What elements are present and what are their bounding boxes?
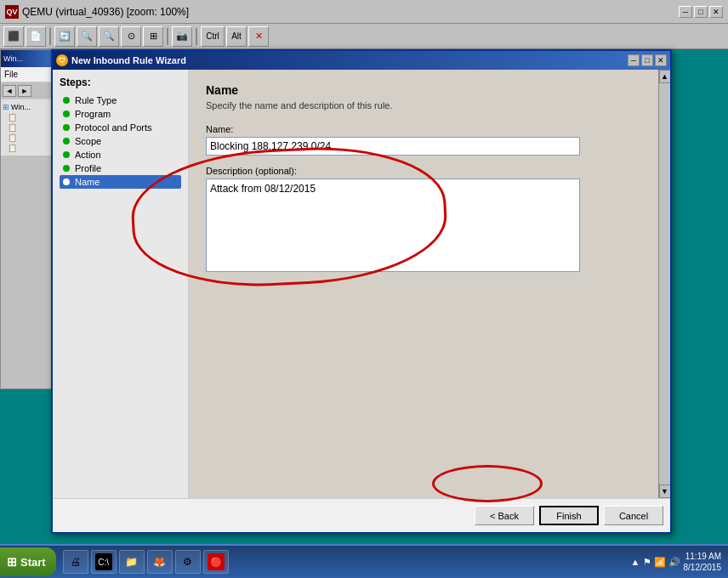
toolbar-btn-zoom-fit[interactable]: ⊙ xyxy=(121,26,141,47)
qemu-maximize-button[interactable]: □ xyxy=(694,6,708,18)
wfw-tree-item-3[interactable]: 📋 xyxy=(3,123,53,132)
taskbar-time-text: 11:19 AM xyxy=(684,551,722,562)
dialog-title-text: New Inbound Rule Wizard xyxy=(71,55,186,65)
toolbar-btn-ctrl[interactable]: Ctrl xyxy=(201,26,225,47)
printer-app-icon: 🖨 xyxy=(67,553,84,570)
wizard-page-description: Specify the name and description of this… xyxy=(206,100,641,110)
step-label-name: Name xyxy=(75,177,100,187)
qemu-title-left: QV QEMU (virtual_40936) [zoom: 100%] xyxy=(5,5,189,19)
wfw-title-text: Win... xyxy=(3,54,23,63)
qemu-titlebar: QV QEMU (virtual_40936) [zoom: 100%] ─ □… xyxy=(0,0,728,24)
qemu-toolbar: ⬛ 📄 🔄 🔍 🔍 ⊙ ⊞ 📷 Ctrl Alt ✕ xyxy=(0,24,728,49)
dialog-title-left: 🛡 New Inbound Rule Wizard xyxy=(56,54,186,66)
qemu-close-button[interactable]: ✕ xyxy=(709,6,723,18)
step-dot-protocol xyxy=(63,124,70,131)
dialog-minimize-button[interactable]: ─ xyxy=(628,54,640,66)
wizard-sidebar: Steps: Rule Type Program Protocol and Po… xyxy=(53,70,189,498)
toolbar-btn-display[interactable]: ⬛ xyxy=(3,26,24,47)
dialog-close-button[interactable]: ✕ xyxy=(655,54,667,66)
step-label-profile: Profile xyxy=(75,163,101,173)
wizard-step-profile[interactable]: Profile xyxy=(60,162,181,175)
taskbar-app-firefox[interactable]: 🦊 xyxy=(147,550,173,574)
toolbar-btn-alt[interactable]: Alt xyxy=(226,26,247,47)
wizard-steps-title: Steps: xyxy=(60,76,181,88)
back-button[interactable]: < Back xyxy=(475,506,534,525)
flag-icon[interactable]: ⚑ xyxy=(643,557,651,568)
wfw-menu-file[interactable]: File xyxy=(4,70,18,79)
toolbar-separator-3 xyxy=(196,28,197,45)
taskbar-app-settings[interactable]: ⚙ xyxy=(175,550,201,574)
toolbar-btn-zoom-in[interactable]: 🔍 xyxy=(77,26,97,47)
toolbar-btn-zoom-out[interactable]: 🔍 xyxy=(99,26,119,47)
toolbar-separator-2 xyxy=(167,28,168,45)
start-label: Start xyxy=(20,556,46,569)
dialog-titlebar: 🛡 New Inbound Rule Wizard ─ □ ✕ xyxy=(53,51,670,70)
wizard-step-rule-type[interactable]: Rule Type xyxy=(60,94,181,107)
scroll-down-button[interactable]: ▼ xyxy=(659,484,671,498)
taskbar-systray-icons: ▲ ⚑ 📶 🔊 xyxy=(631,557,680,568)
volume-icon[interactable]: 🔊 xyxy=(668,557,680,568)
dialog-footer: < Back Finish Cancel xyxy=(53,498,670,532)
start-button[interactable]: ⊞ Start xyxy=(0,547,56,576)
toolbar-btn-screenshot[interactable]: 📷 xyxy=(172,26,192,47)
wizard-step-protocol[interactable]: Protocol and Ports xyxy=(60,121,181,134)
toolbar-btn-refresh[interactable]: 🔄 xyxy=(54,26,75,47)
taskbar-app-security[interactable]: 🔴 xyxy=(203,550,229,574)
wfw-tree-item-2[interactable]: 📋 xyxy=(3,113,53,122)
toolbar-btn-send-key[interactable]: ✕ xyxy=(248,26,269,47)
dialog-window-controls: ─ □ ✕ xyxy=(628,54,667,66)
wfw-tree: ⊞Win... 📋 📋 📋 📋 xyxy=(1,99,54,156)
cancel-button[interactable]: Cancel xyxy=(604,506,663,525)
name-label: Name: xyxy=(206,124,641,134)
wizard-step-scope[interactable]: Scope xyxy=(60,134,181,148)
taskbar-apps: 🖨 C:\ 📁 🦊 ⚙ 🔴 xyxy=(60,550,624,574)
description-label: Description (optional): xyxy=(206,166,641,176)
wizard-page-title: Name xyxy=(206,83,641,97)
qemu-minimize-button[interactable]: ─ xyxy=(679,6,692,18)
name-form-group: Name: xyxy=(206,124,641,156)
taskbar-clock[interactable]: 11:19 AM 8/12/2015 xyxy=(684,551,722,573)
wfw-tree-item-1[interactable]: ⊞Win... xyxy=(3,103,53,111)
scroll-up-button[interactable]: ▲ xyxy=(659,70,671,83)
qemu-window-controls: ─ □ ✕ xyxy=(679,6,723,18)
description-textarea[interactable] xyxy=(206,178,580,272)
systray-arrow-icon[interactable]: ▲ xyxy=(631,557,640,567)
taskbar-app-terminal[interactable]: C:\ xyxy=(91,550,117,574)
dialog-restore-button[interactable]: □ xyxy=(641,54,653,66)
step-dot-program xyxy=(63,110,70,117)
wfw-forward-btn[interactable]: ► xyxy=(18,85,31,97)
wizard-step-action[interactable]: Action xyxy=(60,148,181,162)
wizard-step-name[interactable]: Name xyxy=(60,175,181,189)
qemu-app-icon: QV xyxy=(5,5,19,19)
dialog-content: Steps: Rule Type Program Protocol and Po… xyxy=(53,70,670,498)
wfw-background-window: Win... File ◄ ► ⊞Win... 📋 📋 📋 📋 xyxy=(0,49,55,389)
step-label-scope: Scope xyxy=(75,136,101,146)
wizard-main-content: Name Specify the name and description of… xyxy=(189,70,658,498)
firefox-app-icon: 🦊 xyxy=(151,553,168,570)
step-dot-name xyxy=(63,178,70,185)
qemu-title-text: QEMU (virtual_40936) [zoom: 100%] xyxy=(22,6,189,18)
step-label-rule-type: Rule Type xyxy=(75,95,117,105)
toolbar-btn-file[interactable]: 📄 xyxy=(26,26,46,47)
wfw-back-btn[interactable]: ◄ xyxy=(3,85,16,97)
toolbar-btn-fullscreen[interactable]: ⊞ xyxy=(143,26,163,47)
wfw-titlebar: Win... xyxy=(1,50,54,67)
taskbar-app-explorer[interactable]: 📁 xyxy=(119,550,145,574)
wfw-tree-item-4[interactable]: 📋 xyxy=(3,133,53,142)
terminal-app-icon: C:\ xyxy=(95,553,112,570)
network-icon[interactable]: 📶 xyxy=(654,557,666,568)
wfw-tree-item-5[interactable]: 📋 xyxy=(3,144,53,152)
name-input[interactable] xyxy=(206,137,580,156)
taskbar-app-printer[interactable]: 🖨 xyxy=(63,550,88,574)
taskbar-right: ▲ ⚑ 📶 🔊 11:19 AM 8/12/2015 xyxy=(624,551,728,573)
wizard-step-program[interactable]: Program xyxy=(60,107,181,121)
wfw-nav-toolbar: ◄ ► xyxy=(1,82,54,99)
settings-app-icon: ⚙ xyxy=(179,553,196,570)
dialog-shield-icon: 🛡 xyxy=(56,54,68,66)
finish-button[interactable]: Finish xyxy=(539,506,599,525)
step-label-program: Program xyxy=(75,109,111,119)
step-label-protocol: Protocol and Ports xyxy=(75,122,152,133)
step-dot-scope xyxy=(63,138,70,144)
taskbar-date-text: 8/12/2015 xyxy=(684,562,722,573)
step-dot-rule-type xyxy=(63,97,70,104)
